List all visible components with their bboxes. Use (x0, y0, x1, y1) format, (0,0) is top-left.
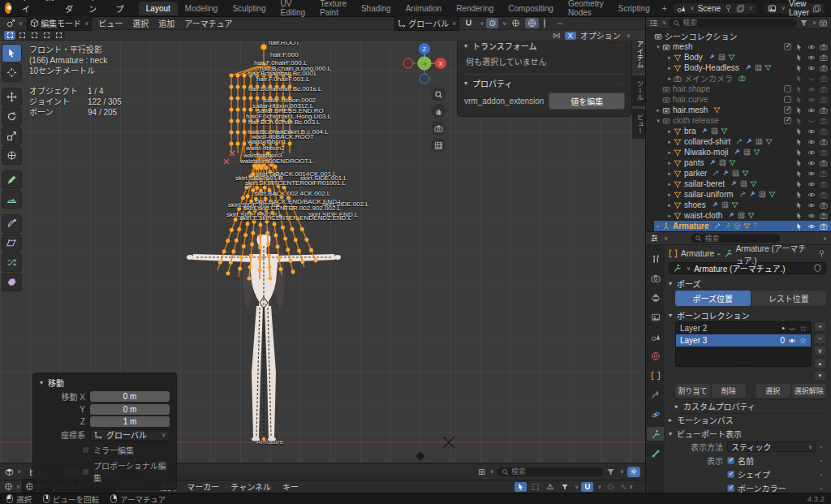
selectable-icon[interactable] (795, 170, 803, 178)
operator-panel-header[interactable]: ▾ 移動 (40, 377, 170, 388)
eye-icon[interactable] (807, 149, 816, 157)
selectable-icon[interactable] (795, 117, 803, 125)
tab-view-layer[interactable] (647, 310, 664, 324)
outliner-row-object[interactable]: ▸ shoes (665, 200, 831, 210)
display-mode-icon[interactable]: ⊞ (478, 467, 484, 476)
workspace-tab[interactable]: Rendering (449, 2, 501, 15)
selectable-icon[interactable] (795, 222, 803, 230)
eye-icon[interactable] (807, 170, 816, 178)
outliner-row-collection[interactable]: hair.shape (654, 84, 831, 94)
camera-icon[interactable] (820, 180, 828, 188)
outliner-search[interactable] (669, 19, 797, 28)
panel-grip-icon[interactable]: ···· (814, 312, 826, 319)
eye-icon[interactable] (807, 138, 816, 146)
outliner-row-object[interactable]: ▸ sailar-uniform (665, 189, 831, 200)
eye-closed-icon[interactable] (807, 75, 816, 83)
viewport-display-section[interactable]: ▾ ビューポート表示 ···· (669, 427, 826, 439)
selectable-icon[interactable] (795, 138, 803, 146)
expand-icon[interactable]: ▸ (665, 170, 674, 177)
selectable-icon[interactable] (795, 127, 803, 136)
outliner-row-object[interactable]: ▸ pants (665, 157, 831, 168)
select-mode-intersect[interactable] (53, 31, 64, 40)
workspace-tab[interactable]: + (657, 2, 672, 15)
breadcrumb-object[interactable]: Armature (681, 249, 714, 258)
chevron-down-icon[interactable]: ∨ (812, 19, 816, 26)
collection-checkbox[interactable] (784, 96, 791, 103)
copy-icon[interactable] (736, 4, 745, 13)
selectable-icon[interactable] (795, 54, 803, 62)
eye-closed-icon[interactable] (788, 325, 796, 333)
workspace-tab[interactable]: Shading (354, 2, 398, 15)
expand-icon[interactable]: ▸ (665, 181, 674, 187)
tool-extrude[interactable] (2, 214, 22, 233)
camera-icon[interactable] (820, 64, 828, 72)
pose-toggle-button[interactable]: レスト位置 (751, 291, 827, 306)
tool-randomize[interactable] (2, 253, 22, 272)
eye-icon[interactable] (807, 212, 816, 220)
solo-star-icon[interactable]: ☆ (799, 324, 807, 333)
camera-icon[interactable] (820, 170, 828, 178)
eye-icon[interactable] (807, 159, 816, 167)
animate-dot-icon[interactable]: • (816, 472, 826, 477)
tab-scene[interactable] (647, 330, 664, 343)
display-method-select[interactable]: スティック ∨ (727, 442, 816, 452)
workspace-tab[interactable]: Sculpting (225, 2, 273, 15)
falloff-dropdown[interactable]: ∿∨ (618, 482, 635, 492)
outliner-row-object[interactable]: ▸ sailar-beret (665, 179, 831, 189)
tool-eraser[interactable] (2, 273, 22, 291)
display-mode-icon[interactable] (649, 19, 658, 28)
animate-dot-icon[interactable]: • (816, 458, 826, 463)
expand-icon[interactable]: ▸ (665, 65, 674, 71)
expand-icon[interactable]: ▾ (654, 44, 662, 50)
value-field[interactable]: 0 m (90, 404, 170, 415)
new-collection-icon[interactable] (819, 19, 828, 28)
snap-dropdown[interactable] (581, 482, 593, 492)
animate-dot-icon[interactable]: • (816, 444, 826, 450)
select-mode-new[interactable] (4, 31, 15, 40)
viewport-menu-item[interactable]: 追加 (153, 17, 179, 29)
solo-star-icon[interactable]: ☆ (799, 336, 807, 345)
list-grip-icon[interactable]: ···· (738, 360, 748, 365)
filter-button[interactable] (558, 482, 571, 492)
outliner-row-collection[interactable]: hair.curve (654, 94, 831, 105)
eye-icon[interactable] (807, 54, 816, 62)
camera-icon[interactable] (820, 106, 828, 114)
tool-shear[interactable] (2, 234, 22, 252)
tab-object[interactable] (647, 368, 664, 382)
properties-editor-icon[interactable] (650, 234, 659, 243)
show-hidden-toggle[interactable]: ⬚ (529, 482, 541, 492)
expand-icon[interactable]: ▸ (665, 213, 674, 219)
panel-grip-icon[interactable]: ···· (613, 80, 625, 87)
scene-selector[interactable]: ∨ Scene × (672, 2, 758, 15)
camera-icon[interactable] (820, 212, 828, 220)
shape-checkbox[interactable] (727, 471, 734, 478)
workspace-tab[interactable]: Compositing (501, 2, 561, 15)
assign-button[interactable]: 割り当て (675, 384, 710, 398)
options-dropdown[interactable]: オプション (580, 29, 621, 41)
workspace-tab[interactable]: Scripting (611, 2, 657, 15)
eye-icon[interactable] (807, 191, 816, 199)
viewport-menu-item[interactable]: アーマチュア (179, 17, 237, 29)
collection-checkbox[interactable] (784, 85, 791, 93)
edit-value-button[interactable]: 値を編集 (549, 93, 625, 110)
outliner-row-object[interactable]: ▸ Body (665, 52, 831, 62)
selectable-icon[interactable] (795, 159, 803, 167)
outliner-row-armature[interactable]: ▸ Armature 7 (654, 221, 831, 231)
workspace-tab[interactable]: Animation (398, 2, 449, 15)
viewport-menu-item[interactable]: 選択 (127, 17, 153, 29)
tab-render[interactable] (647, 271, 664, 285)
filter-icon[interactable] (606, 467, 615, 476)
tool-annotate[interactable] (2, 170, 22, 189)
camera-icon[interactable] (820, 222, 828, 230)
camera-icon[interactable] (820, 43, 828, 51)
show-gizmo-toggle[interactable] (509, 18, 523, 29)
expand-icon[interactable]: ▸ (665, 149, 674, 156)
selectable-icon[interactable] (795, 64, 803, 72)
chevron-down-icon[interactable]: ∨ (480, 20, 484, 27)
selectable-icon[interactable] (795, 96, 803, 104)
chevron-down-icon[interactable]: ∨ (490, 468, 494, 475)
camera-icon[interactable] (820, 127, 828, 136)
tab-output[interactable] (647, 291, 664, 304)
tool-measure[interactable] (2, 190, 22, 209)
operator-checkbox-row[interactable]: ミラー編集 (82, 444, 170, 456)
